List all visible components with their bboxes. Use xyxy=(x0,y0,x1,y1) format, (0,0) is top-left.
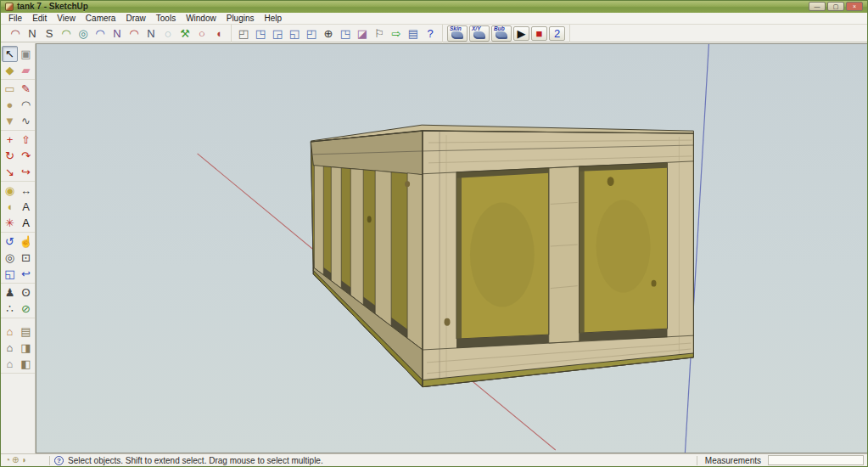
box-gray-tool[interactable]: ◰ xyxy=(235,25,252,42)
view-top[interactable]: ▤ xyxy=(18,324,34,340)
axes-icon: ✳ xyxy=(5,217,14,228)
dotted-polygon-tool[interactable]: ◌ xyxy=(160,25,176,42)
view-back[interactable]: ⌂ xyxy=(2,356,18,372)
close-button[interactable]: × xyxy=(846,2,863,11)
tape-measure-tool[interactable]: ◉ xyxy=(2,183,18,199)
menu-edit[interactable]: Edit xyxy=(27,13,52,24)
dimension-tool[interactable]: ↔ xyxy=(18,183,34,199)
view-right[interactable]: ◨ xyxy=(18,340,34,356)
select-tool[interactable]: ↖ xyxy=(2,46,18,62)
title-bar[interactable]: tank 7 - SketchUp —▢× xyxy=(1,1,867,13)
view-front-icon: ⌂ xyxy=(7,342,14,353)
eraser-icon: ▰ xyxy=(22,65,31,76)
box-eraser-tool[interactable]: ◪ xyxy=(354,25,371,42)
box-blue-3-tool[interactable]: ◱ xyxy=(286,25,303,42)
polyline-curve-tool[interactable]: N xyxy=(109,25,126,42)
protractor-tool[interactable]: ◖ xyxy=(2,199,18,215)
eraser-tool[interactable]: ▰ xyxy=(18,62,34,78)
wrench-tool[interactable]: ⚒ xyxy=(176,25,193,42)
look-around-icon: ʘ xyxy=(21,287,30,298)
physics-play-icon: ▶ xyxy=(518,28,526,39)
tape-measure-icon: ◉ xyxy=(5,185,14,196)
box-blue-2-tool[interactable]: ◲ xyxy=(269,25,286,42)
axes-tool[interactable]: ✳ xyxy=(2,215,18,231)
box-blue-4-tool[interactable]: ◰ xyxy=(303,25,320,42)
move-tool[interactable]: + xyxy=(2,132,18,148)
measurements-value[interactable] xyxy=(768,455,864,465)
help-tool[interactable]: ? xyxy=(422,25,439,42)
rectangle-tool[interactable]: ▭ xyxy=(2,81,18,97)
axes-move-tool[interactable]: ⊕ xyxy=(320,25,337,42)
physics-xy-button[interactable]: X/Y xyxy=(469,25,490,42)
arc-green-tool[interactable]: ◠ xyxy=(58,25,75,42)
scale-tool[interactable]: ↘ xyxy=(2,164,18,180)
offset-tool[interactable]: ↪ xyxy=(18,164,34,180)
rotate-tool[interactable]: ↻ xyxy=(2,148,18,164)
box-blue-5-tool[interactable]: ◳ xyxy=(337,25,354,42)
zoom-window-tool[interactable]: ⊡ xyxy=(18,250,34,266)
menu-view[interactable]: View xyxy=(52,13,81,24)
arc-handles-tool[interactable]: ◠ xyxy=(7,25,24,42)
spiral-tool[interactable]: ◎ xyxy=(75,25,92,42)
bezier-line-tool[interactable]: N xyxy=(143,25,160,42)
flag-cursor-tool[interactable]: ⚐ xyxy=(371,25,388,42)
text-tool[interactable]: A xyxy=(18,199,34,215)
status-icons: ◔⊕◑ xyxy=(3,456,45,464)
menu-window[interactable]: Window xyxy=(181,13,221,24)
physics-bub-button[interactable]: Bub xyxy=(491,25,512,42)
tool-palette: ↖▣◆▰ ▭✎●◠▼∿ +⇧↻↷↘↪ ◉↔◖A✳A ↺☝◎⊡◱↩ ♟ʘ∴⊘ ⌂▤… xyxy=(1,43,36,453)
physics-skin-button[interactable]: Skin xyxy=(447,25,468,42)
sketchup-window: tank 7 - SketchUp —▢× FileEditViewCamera… xyxy=(0,0,868,467)
green-arrow-tool[interactable]: ⇨ xyxy=(388,25,405,42)
push-pull-tool[interactable]: ⇧ xyxy=(18,132,34,148)
menu-plugins[interactable]: Plugins xyxy=(221,13,260,24)
menu-file[interactable]: File xyxy=(3,13,27,24)
follow-me-tool[interactable]: ↷ xyxy=(18,148,34,164)
zoom-tool[interactable]: ◎ xyxy=(2,250,18,266)
orbit-tool[interactable]: ↺ xyxy=(2,234,18,250)
status-icon-1[interactable]: ◔ xyxy=(5,456,10,464)
menu-tools[interactable]: Tools xyxy=(151,13,181,24)
polygon-tool[interactable]: ▼ xyxy=(2,113,18,129)
save-export-tool[interactable]: ▤ xyxy=(405,25,422,42)
previous-view-tool[interactable]: ↩ xyxy=(18,266,34,282)
half-ellipse-tool[interactable]: ◖ xyxy=(210,25,227,42)
bezier-curve-icon: N xyxy=(28,28,36,39)
menu-help[interactable]: Help xyxy=(260,13,288,24)
status-icon-3[interactable]: ◑ xyxy=(20,456,25,464)
arc-red-tool[interactable]: ◠ xyxy=(126,25,143,42)
paint-bucket-tool[interactable]: ◆ xyxy=(2,62,18,78)
view-iso[interactable]: ⌂ xyxy=(2,324,18,340)
physics-play-button[interactable]: ▶ xyxy=(513,26,529,41)
status-icon-2[interactable]: ⊕ xyxy=(12,456,19,464)
freehand-tool[interactable]: ∿ xyxy=(18,113,34,129)
make-component-tool[interactable]: ▣ xyxy=(18,46,34,62)
minimize-button[interactable]: — xyxy=(809,2,826,11)
viewport-3d[interactable] xyxy=(36,43,867,453)
zoom-extents-tool[interactable]: ◱ xyxy=(2,266,18,282)
look-around-tool[interactable]: ʘ xyxy=(18,284,34,301)
section-plane-tool[interactable]: ⊘ xyxy=(18,301,34,317)
menu-draw[interactable]: Draw xyxy=(120,13,150,24)
follow-me-icon: ↷ xyxy=(21,150,31,161)
menu-camera[interactable]: Camera xyxy=(81,13,121,24)
protractor-icon: ◖ xyxy=(7,201,14,212)
view-left[interactable]: ◧ xyxy=(18,356,34,372)
maximize-button[interactable]: ▢ xyxy=(827,2,844,11)
ellipse-tool[interactable]: ○ xyxy=(193,25,210,42)
bezier-curve-tool[interactable]: N xyxy=(24,25,41,42)
physics-joint-button[interactable]: 2 xyxy=(549,26,565,41)
position-camera-tool[interactable]: ♟ xyxy=(2,284,18,301)
cubic-curve-tool[interactable]: S xyxy=(41,25,58,42)
3d-text-tool[interactable]: A xyxy=(18,215,34,231)
arc-blue-tool[interactable]: ◠ xyxy=(92,25,109,42)
circle-tool[interactable]: ● xyxy=(2,97,18,113)
pan-tool[interactable]: ☝ xyxy=(18,234,34,250)
line-tool[interactable]: ✎ xyxy=(18,81,34,97)
bezier-toolbar: ◠NS◠◎◠N◠N◌⚒○◖ xyxy=(3,25,232,42)
walk-tool[interactable]: ∴ xyxy=(2,301,18,317)
view-front[interactable]: ⌂ xyxy=(2,340,18,356)
arc-tool[interactable]: ◠ xyxy=(18,97,34,113)
box-blue-1-tool[interactable]: ◳ xyxy=(252,25,269,42)
physics-stop-button[interactable]: ■ xyxy=(531,26,547,41)
